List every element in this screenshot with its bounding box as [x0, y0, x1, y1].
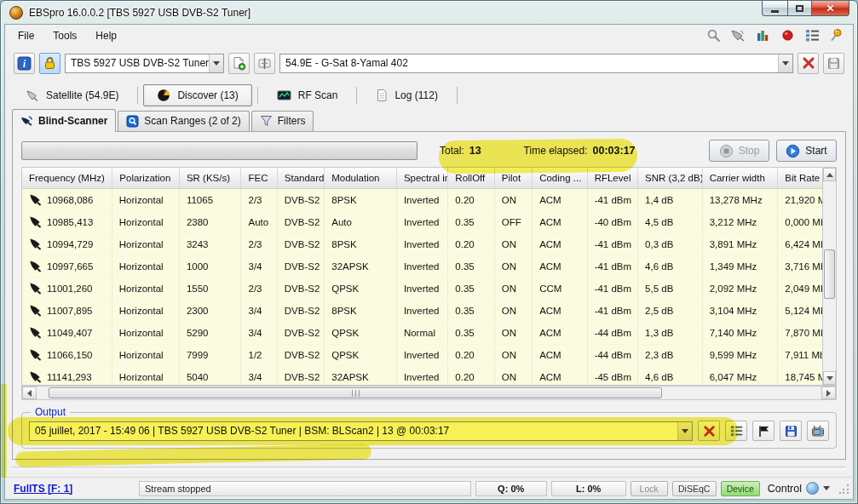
- output-tv-button[interactable]: [807, 421, 829, 441]
- table-row[interactable]: 11066,150Horizontal79991/2DVB-S2QPSKInve…: [22, 344, 822, 366]
- save-satellite-button[interactable]: [823, 53, 844, 74]
- maximize-button[interactable]: [787, 1, 811, 16]
- column-header[interactable]: Coding ...: [533, 168, 588, 189]
- device-combo[interactable]: TBS 5927 USB DVB-S2 Tuner: [65, 54, 224, 73]
- output-details-button[interactable]: [725, 421, 747, 441]
- device-combo-arrow[interactable]: [209, 54, 223, 72]
- horizontal-scroll-track[interactable]: [37, 387, 821, 399]
- lock-status-button[interactable]: Lock: [631, 481, 668, 496]
- info-button[interactable]: i: [14, 53, 35, 74]
- fullts-link[interactable]: FullTS [F: 1]: [9, 483, 135, 495]
- menu-help[interactable]: Help: [86, 26, 126, 45]
- output-group-label: Output: [31, 406, 70, 418]
- minimize-button[interactable]: [762, 1, 787, 16]
- scroll-left-button[interactable]: [22, 387, 37, 399]
- output-combo-arrow[interactable]: [677, 422, 692, 440]
- vertical-scroll-thumb[interactable]: [824, 249, 835, 299]
- close-button[interactable]: ✕: [811, 1, 849, 16]
- column-header[interactable]: Spectral in...: [396, 168, 447, 189]
- column-header[interactable]: Frequency (MHz): [22, 168, 112, 189]
- device-button[interactable]: Device: [721, 481, 760, 496]
- menu-tools[interactable]: Tools: [43, 26, 86, 45]
- table-cell: QPSK: [325, 322, 397, 344]
- stop-button[interactable]: Stop: [709, 140, 769, 162]
- output-flag-button[interactable]: [752, 421, 775, 441]
- edit-device-button[interactable]: [254, 53, 275, 74]
- vertical-scroll-track[interactable]: [823, 181, 836, 371]
- column-header[interactable]: SR (KS/s): [179, 168, 241, 189]
- output-delete-button[interactable]: [698, 421, 720, 441]
- tab-satellite[interactable]: Satellite (54.9E): [12, 85, 132, 106]
- table-cell: 3,104 MHz: [702, 300, 778, 322]
- table-cell: 0.20: [448, 233, 494, 255]
- satellite-combo-value: 54.9E - G-Sat 8-Yamal 402: [280, 57, 778, 69]
- table-cell: ON: [494, 366, 532, 386]
- table-cell: -44 dBm: [587, 322, 637, 344]
- details-view-icon[interactable]: [804, 27, 820, 43]
- table-cell: 11065: [179, 189, 241, 212]
- satellite-dish-icon[interactable]: [730, 27, 746, 43]
- table-cell: Horizontal: [112, 300, 180, 322]
- table-row[interactable]: 10994,729Horizontal32432/3DVB-S28PSKInve…: [22, 233, 822, 255]
- column-header[interactable]: SNR (3,2 dB): [638, 168, 703, 189]
- horizontal-scroll-thumb[interactable]: [49, 387, 662, 398]
- table-row[interactable]: 11007,895Horizontal23003/4DVB-S28PSKInve…: [22, 300, 822, 322]
- maximize-icon: [796, 5, 803, 12]
- search-icon[interactable]: [705, 27, 721, 43]
- table-row[interactable]: 11049,407Horizontal52903/4DVB-S2QPSKNorm…: [22, 322, 822, 344]
- sub-tab-strip: Blind-Scanner Scan Ranges (2 of 2) Filte…: [12, 111, 846, 131]
- table-cell: 3243: [179, 233, 241, 255]
- column-header[interactable]: Polarization: [112, 168, 180, 189]
- table-row[interactable]: 11001,260Horizontal15502/3DVB-S2QPSKInve…: [22, 278, 822, 300]
- table-row[interactable]: 10985,413Horizontal2380AutoDVB-S2AutoInv…: [22, 211, 822, 233]
- column-header[interactable]: RFLevel: [587, 168, 637, 189]
- diseqc-button[interactable]: DiSEqC: [672, 481, 717, 496]
- pushpin-icon[interactable]: [829, 27, 844, 43]
- table-row[interactable]: 11141,293Horizontal50403/4DVB-S232APSKIn…: [22, 366, 822, 386]
- satellite-dish-icon: [29, 326, 42, 339]
- minimize-icon: [771, 10, 779, 13]
- column-header[interactable]: Standard: [277, 168, 324, 189]
- table-row[interactable]: 10997,665Horizontal10003/4DVB-S232APSKIn…: [22, 255, 822, 278]
- table-cell: Horizontal: [112, 255, 180, 278]
- scroll-down-button[interactable]: [823, 371, 836, 385]
- lock-button[interactable]: [39, 53, 60, 74]
- resize-grip[interactable]: [839, 484, 849, 494]
- tab-log[interactable]: Log (112): [362, 84, 451, 106]
- bar-chart-icon[interactable]: [755, 27, 770, 43]
- scroll-right-button[interactable]: [821, 387, 836, 399]
- tab-discover[interactable]: Discover (13): [143, 84, 251, 106]
- satellite-combo[interactable]: 54.9E - G-Sat 8-Yamal 402: [279, 54, 793, 73]
- table-cell: ON: [494, 344, 532, 366]
- titlebar[interactable]: EBSpro 16.0.0.2 [TBS 5927 USB DVB-S2 Tun…: [1, 1, 857, 24]
- column-header[interactable]: Modulation: [325, 168, 397, 189]
- new-device-button[interactable]: [228, 53, 250, 74]
- status-bar: FullTS [F: 1] Stream stopped Q: 0% L: 0%…: [5, 477, 853, 499]
- horizontal-scrollbar[interactable]: [21, 386, 837, 400]
- record-icon[interactable]: [780, 27, 795, 43]
- output-save-button[interactable]: [780, 421, 802, 441]
- table-cell: 6,047 MHz: [702, 366, 778, 386]
- subtab-filters[interactable]: Filters: [251, 111, 314, 131]
- column-header[interactable]: RollOff: [448, 168, 494, 189]
- subtab-scan-ranges-label: Scan Ranges (2 of 2): [144, 115, 240, 127]
- output-combo[interactable]: 05 juillet, 2017 - 15:49 06 | TBS 5927 U…: [29, 421, 693, 441]
- tab-rf-scan[interactable]: RF Scan: [263, 85, 352, 106]
- vertical-scrollbar[interactable]: [822, 167, 837, 386]
- column-header[interactable]: Bit Rate: [778, 168, 822, 189]
- tab-satellite-label: Satellite (54.9E): [46, 89, 118, 101]
- menu-file[interactable]: File: [9, 26, 43, 45]
- control-menu[interactable]: Control: [764, 482, 833, 495]
- column-header[interactable]: Carrier width: [702, 168, 778, 189]
- delete-icon: [703, 425, 716, 438]
- table-row[interactable]: 10968,086Horizontal110652/3DVB-S28PSKInv…: [22, 189, 822, 212]
- subtab-blind-scanner[interactable]: Blind-Scanner: [12, 109, 116, 132]
- column-header[interactable]: Pilot: [494, 168, 532, 189]
- column-header[interactable]: FEC: [241, 168, 277, 189]
- scroll-up-button[interactable]: [823, 168, 836, 181]
- delete-satellite-button[interactable]: [798, 53, 819, 74]
- satellite-combo-arrow[interactable]: [778, 54, 792, 72]
- toggle-separator: [137, 87, 138, 104]
- start-button[interactable]: Start: [776, 140, 837, 162]
- subtab-scan-ranges[interactable]: Scan Ranges (2 of 2): [118, 111, 249, 131]
